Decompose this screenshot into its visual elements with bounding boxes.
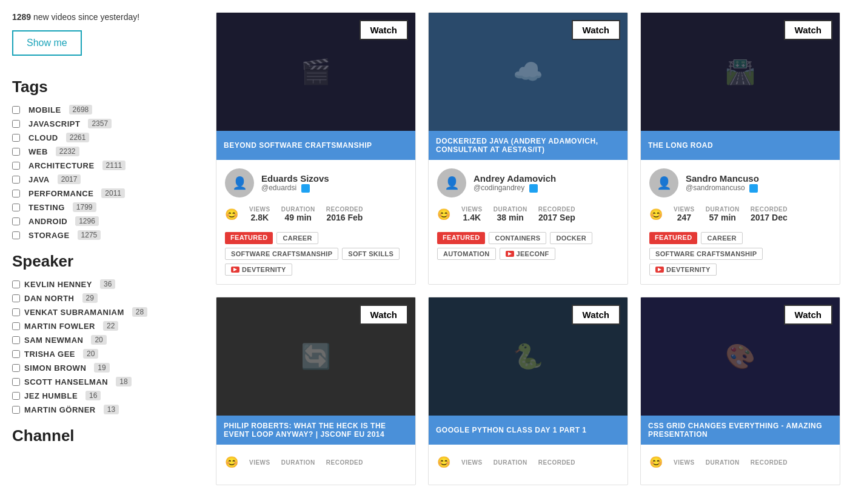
channel-badge[interactable]: DEVTERNITY — [225, 264, 292, 276]
duration-stat: DURATION 49 min — [281, 206, 315, 222]
speaker-list-item[interactable]: SAM NEWMAN 20 — [12, 335, 194, 345]
tag-list-item[interactable]: ANDROID 1296 — [12, 216, 194, 226]
speaker-list-item[interactable]: DAN NORTH 29 — [12, 293, 194, 303]
rating-icon: 😊 — [649, 208, 663, 221]
speaker-checkbox[interactable] — [12, 378, 20, 386]
views-value: 1.4K — [463, 213, 481, 222]
tag-badge[interactable]: SOFT SKILLS — [342, 248, 400, 260]
duration-value: 38 min — [497, 213, 524, 222]
featured-badge[interactable]: FEATURED — [225, 232, 273, 244]
views-stat: VIEWS — [249, 459, 270, 466]
recorded-label: RECORDED — [326, 459, 363, 466]
speaker-checkbox[interactable] — [12, 336, 20, 344]
video-grid: 🎬 Watch BEYOND SOFTWARE CRAFTSMANSHIP 👤 … — [216, 12, 840, 485]
recorded-stat: RECORDED — [751, 459, 788, 466]
video-title-bar: CSS GRID CHANGES EVERYTHING - AMAZING PR… — [641, 416, 840, 445]
video-thumbnail: 🎬 Watch — [216, 13, 415, 131]
tag-list-item[interactable]: PERFORMANCE 2011 — [12, 188, 194, 198]
watch-button[interactable]: Watch — [572, 20, 620, 40]
speaker-list-item[interactable]: KEVLIN HENNEY 36 — [12, 279, 194, 289]
duration-stat: DURATION — [494, 459, 527, 466]
speaker-list-item[interactable]: MARTIN FOWLER 22 — [12, 321, 194, 331]
speaker-list-item[interactable]: VENKAT SUBRAMANIAM 28 — [12, 307, 194, 317]
watch-button[interactable]: Watch — [360, 305, 408, 325]
tag-checkbox[interactable] — [12, 106, 20, 114]
tag-list-item[interactable]: ARCHITECTURE 2111 — [12, 161, 194, 170]
speaker-checkbox[interactable] — [12, 280, 20, 288]
watch-button[interactable]: Watch — [360, 20, 408, 40]
tag-count: 2111 — [102, 161, 126, 170]
tags-section-title: Tags — [12, 78, 194, 96]
watch-button[interactable]: Watch — [784, 20, 832, 40]
rating-icon: 😊 — [225, 208, 238, 221]
duration-stat: DURATION 57 min — [706, 206, 740, 222]
views-label: VIEWS — [249, 459, 270, 466]
tag-badge[interactable]: CAREER — [276, 232, 318, 244]
tag-list-item[interactable]: STORAGE 1275 — [12, 230, 194, 240]
watch-button[interactable]: Watch — [572, 305, 620, 325]
speaker-checkbox[interactable] — [12, 364, 20, 372]
video-card: ☁️ Watch DOCKERIZED JAVA (ANDREY ADAMOVI… — [428, 12, 628, 285]
speaker-handle: @sandromancuso — [686, 184, 759, 193]
speaker-name: JEZ HUMBLE — [24, 391, 78, 400]
tag-checkbox[interactable] — [12, 176, 20, 184]
speaker-list-item[interactable]: SCOTT HANSELMAN 18 — [12, 377, 194, 386]
speaker-checkbox[interactable] — [12, 392, 20, 400]
speaker-checkbox[interactable] — [12, 308, 20, 316]
video-info: 😊 VIEWS DURATION RECORDED — [429, 445, 627, 485]
speaker-checkbox[interactable] — [12, 294, 20, 302]
tag-badge[interactable]: DOCKER — [550, 232, 592, 244]
speaker-checkbox[interactable] — [12, 350, 20, 358]
video-card: 🐍 Watch GOOGLE PYTHON CLASS DAY 1 PART 1… — [428, 297, 628, 485]
tag-checkbox[interactable] — [12, 231, 20, 239]
speaker-row: 👤 Andrey Adamovich @codingandrey — [437, 168, 619, 197]
tag-list-item[interactable]: CLOUD 2261 — [12, 133, 194, 142]
tag-checkbox[interactable] — [12, 217, 20, 225]
tag-checkbox[interactable] — [12, 120, 20, 128]
tag-list-item[interactable]: JAVA 2017 — [12, 174, 194, 184]
views-label: VIEWS — [674, 459, 695, 466]
speaker-list-item[interactable]: TRISHA GEE 20 — [12, 349, 194, 359]
tag-name: MOBILE — [28, 105, 61, 114]
views-label: VIEWS — [249, 206, 270, 213]
views-stat: VIEWS 2.8K — [249, 206, 270, 222]
tag-list-item[interactable]: WEB 2232 — [12, 147, 194, 156]
tag-checkbox[interactable] — [12, 190, 20, 197]
featured-badge[interactable]: FEATURED — [649, 232, 697, 244]
rating-icon: 😊 — [437, 456, 450, 469]
tag-name: TESTING — [28, 203, 65, 212]
channel-badge[interactable]: DEVTERNITY — [649, 264, 717, 276]
recorded-label: RECORDED — [538, 206, 575, 213]
speaker-count: 16 — [85, 391, 101, 400]
speaker-checkbox[interactable] — [12, 322, 20, 330]
featured-badge[interactable]: FEATURED — [437, 232, 485, 244]
tag-badge[interactable]: CAREER — [701, 232, 742, 244]
tag-badge[interactable]: SOFTWARE CRAFTSMANSHIP — [225, 248, 338, 260]
twitter-icon — [301, 184, 310, 193]
tag-checkbox[interactable] — [12, 148, 20, 156]
speaker-count: 22 — [103, 321, 118, 331]
video-thumbnail: 🐍 Watch — [429, 297, 627, 416]
tag-badge[interactable]: AUTOMATION — [437, 248, 496, 260]
channel-badge[interactable]: JEECONF — [500, 248, 555, 260]
speaker-full-name: Eduards Sizovs — [261, 173, 329, 184]
speaker-list-item[interactable]: JEZ HUMBLE 16 — [12, 391, 194, 400]
tag-name: CLOUD — [28, 133, 58, 142]
recorded-value: 2017 Sep — [538, 213, 575, 222]
tag-checkbox[interactable] — [12, 162, 20, 170]
show-me-button[interactable]: Show me — [12, 30, 82, 56]
tag-list-item[interactable]: TESTING 1799 — [12, 202, 194, 212]
tag-count: 2261 — [66, 133, 90, 142]
tag-badge[interactable]: SOFTWARE CRAFTSMANSHIP — [649, 248, 763, 260]
tag-list-item[interactable]: JAVASCRIPT 2357 — [12, 119, 194, 128]
speaker-name: MARTIN GÖRNER — [24, 405, 96, 414]
speaker-checkbox[interactable] — [12, 406, 20, 414]
watch-button[interactable]: Watch — [784, 305, 832, 325]
tag-checkbox[interactable] — [12, 134, 20, 142]
tag-badge[interactable]: CONTAINERS — [489, 232, 546, 244]
speaker-list-item[interactable]: MARTIN GÖRNER 13 — [12, 405, 194, 414]
speaker-name: TRISHA GEE — [24, 350, 75, 359]
tag-checkbox[interactable] — [12, 204, 20, 211]
tag-list-item[interactable]: MOBILE 2698 — [12, 105, 194, 114]
speaker-list-item[interactable]: SIMON BROWN 19 — [12, 363, 194, 373]
